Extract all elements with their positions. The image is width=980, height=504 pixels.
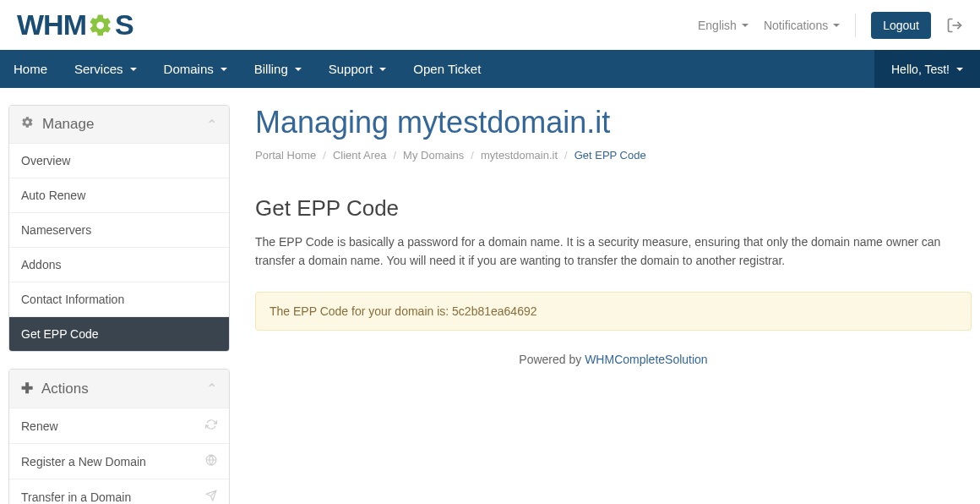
breadcrumb-separator: / [393, 149, 396, 162]
nav-item-label: Support [329, 62, 373, 76]
nav-item-services[interactable]: Services [61, 50, 150, 88]
refresh-icon [205, 419, 217, 433]
sidebar-item-auto-renew[interactable]: Auto Renew [9, 178, 229, 212]
nav-item-billing[interactable]: Billing [241, 50, 315, 88]
action-item-label: Register a New Domain [21, 455, 146, 468]
sidebar-item-nameservers[interactable]: Nameservers [9, 212, 229, 247]
action-item-label: Transfer in a Domain [21, 490, 131, 504]
logo[interactable]: WHM S [17, 8, 133, 41]
caret-down-icon [295, 68, 302, 71]
caret-down-icon [130, 68, 137, 71]
nav-item-home[interactable]: Home [0, 50, 61, 88]
manage-panel-header[interactable]: Manage ⌃ [9, 106, 229, 143]
footer: Powered by WHMCompleteSolution [255, 353, 972, 366]
chevron-up-icon: ⌃ [206, 381, 217, 397]
actions-title: Actions [41, 381, 89, 397]
nav-item-label: Home [14, 62, 47, 76]
breadcrumb-item: Get EPP Code [574, 149, 646, 162]
breadcrumb-separator: / [323, 149, 326, 162]
caret-down-icon [220, 68, 227, 71]
caret-down-icon [742, 24, 749, 27]
container: Manage ⌃ OverviewAuto RenewNameserversAd… [0, 88, 980, 504]
sidebar-item-label: Get EPP Code [21, 327, 99, 341]
gear-icon [21, 116, 34, 133]
breadcrumb-item[interactable]: Client Area [333, 149, 387, 162]
exit-icon[interactable] [946, 17, 963, 34]
caret-down-icon [956, 68, 963, 71]
user-menu[interactable]: Hello, Test! [874, 50, 980, 88]
action-item-label: Renew [21, 419, 58, 433]
alert-prefix: The EPP Code for your domain is: [270, 304, 452, 318]
breadcrumb-item[interactable]: mytestdomain.it [481, 149, 558, 162]
nav-item-label: Billing [254, 62, 288, 76]
language-label: English [698, 19, 737, 32]
sidebar-item-label: Nameservers [21, 223, 91, 237]
manage-panel: Manage ⌃ OverviewAuto RenewNameserversAd… [8, 105, 230, 352]
logout-button[interactable]: Logout [871, 12, 931, 39]
notifications-dropdown[interactable]: Notifications [764, 19, 840, 32]
actions-panel-header[interactable]: ✚ Actions ⌃ [9, 370, 229, 408]
action-item-renew[interactable]: Renew [9, 408, 229, 443]
nav-item-open-ticket[interactable]: Open Ticket [400, 50, 494, 88]
sidebar: Manage ⌃ OverviewAuto RenewNameserversAd… [8, 105, 230, 504]
sidebar-item-addons[interactable]: Addons [9, 247, 229, 282]
nav-left: HomeServicesDomainsBillingSupportOpen Ti… [0, 50, 494, 88]
gear-icon [88, 13, 113, 38]
nav-item-label: Services [74, 62, 123, 76]
divider [855, 14, 856, 37]
globe-icon [205, 454, 217, 468]
nav-item-domains[interactable]: Domains [150, 50, 241, 88]
section-title: Get EPP Code [255, 195, 972, 222]
language-dropdown[interactable]: English [698, 19, 749, 32]
chevron-up-icon: ⌃ [206, 117, 217, 133]
sidebar-item-label: Overview [21, 154, 70, 167]
section-text: The EPP Code is basically a password for… [255, 233, 972, 270]
header: WHM S English Notifications Logout [0, 0, 980, 50]
main-nav: HomeServicesDomainsBillingSupportOpen Ti… [0, 50, 980, 88]
breadcrumb: Portal Home/Client Area/My Domains/mytes… [255, 149, 972, 162]
breadcrumb-separator: / [471, 149, 474, 162]
sidebar-item-get-epp-code[interactable]: Get EPP Code [9, 316, 229, 351]
nav-item-support[interactable]: Support [315, 50, 400, 88]
sidebar-item-contact-information[interactable]: Contact Information [9, 282, 229, 316]
sidebar-item-label: Auto Renew [21, 189, 85, 202]
caret-down-icon [379, 68, 386, 71]
sidebar-item-label: Addons [21, 258, 61, 271]
caret-down-icon [833, 24, 840, 27]
footer-link[interactable]: WHMCompleteSolution [585, 353, 708, 366]
footer-prefix: Powered by [519, 353, 585, 366]
header-right: English Notifications Logout [698, 12, 963, 39]
epp-code-alert: The EPP Code for your domain is: 5c2b81e… [255, 292, 972, 331]
breadcrumb-item[interactable]: Portal Home [255, 149, 316, 162]
share-icon [205, 490, 217, 504]
breadcrumb-separator: / [564, 149, 568, 162]
action-item-transfer-in-a-domain[interactable]: Transfer in a Domain [9, 479, 229, 504]
content: Managing mytestdomain.it Portal Home/Cli… [255, 105, 972, 504]
actions-panel: ✚ Actions ⌃ RenewRegister a New DomainTr… [8, 369, 230, 504]
plus-icon: ✚ [21, 380, 33, 397]
page-title: Managing mytestdomain.it [255, 105, 972, 140]
nav-item-label: Open Ticket [413, 62, 481, 76]
sidebar-item-overview[interactable]: Overview [9, 143, 229, 178]
greeting-label: Hello, Test! [891, 63, 950, 76]
epp-code-value: 5c2b81ea64692 [452, 304, 536, 318]
manage-title: Manage [42, 116, 94, 133]
notifications-label: Notifications [764, 19, 828, 32]
breadcrumb-item[interactable]: My Domains [403, 149, 464, 162]
sidebar-item-label: Contact Information [21, 293, 124, 306]
action-item-register-a-new-domain[interactable]: Register a New Domain [9, 443, 229, 479]
nav-item-label: Domains [164, 62, 214, 76]
